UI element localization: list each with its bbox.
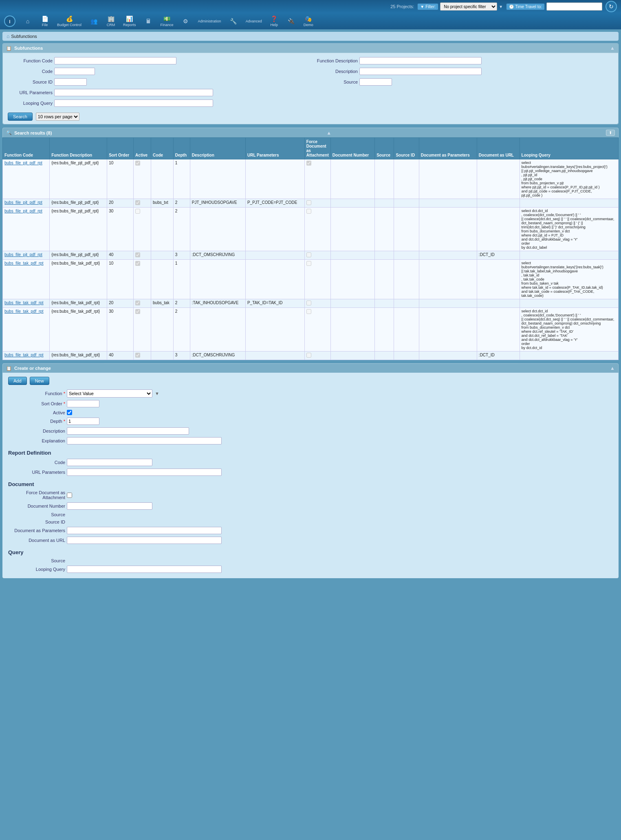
nav-advanced[interactable]: Advanced <box>242 14 265 29</box>
nav-file[interactable]: 📄 File <box>37 14 53 29</box>
function-code-link[interactable]: bubs_file_pjt_pdf_rpt <box>4 200 42 205</box>
nav-crm-icon[interactable]: 👥 <box>86 14 102 29</box>
col-doc-number[interactable]: Document Number <box>330 138 374 159</box>
create-explanation-input[interactable] <box>67 437 222 444</box>
create-doc-params-input[interactable] <box>67 527 222 534</box>
function-code-link[interactable]: bubs_file_pjt_pdf_rpt <box>4 209 42 213</box>
refresh-button[interactable]: ↻ <box>606 1 617 12</box>
create-collapse-btn[interactable]: ▲ <box>610 365 615 371</box>
nav-budget[interactable]: 💰 Budget Control <box>54 14 85 29</box>
time-travel-input[interactable] <box>546 2 602 11</box>
create-force-doc-checkbox[interactable] <box>67 493 72 498</box>
function-code-link[interactable]: bubs_file_tak_pdf_rpt <box>4 261 44 265</box>
create-active-checkbox[interactable] <box>67 410 72 415</box>
nav-demo[interactable]: 🎭 Demo <box>300 14 317 29</box>
create-url-params-input[interactable] <box>67 469 222 476</box>
nav-home[interactable]: ⌂ <box>20 14 36 29</box>
nav-wrench[interactable]: 🔧 <box>225 14 242 29</box>
code-input[interactable] <box>54 68 95 75</box>
nav-help[interactable]: ❓ Help <box>266 14 282 29</box>
table-cell[interactable]: bubs_file_tak_pdf_rpt <box>3 260 50 299</box>
function-code-input[interactable] <box>54 57 176 64</box>
table-cell[interactable]: bubs_file_pjt_pdf_rpt <box>3 159 50 199</box>
nav-reports[interactable]: 📊 Reports <box>120 14 139 29</box>
table-row[interactable]: bubs_file_tak_pdf_rpt{res:bubs_file_tak_… <box>3 308 619 351</box>
table-row[interactable]: bubs_file_pjt_pdf_rpt{res:bubs_file_pjt_… <box>3 251 619 260</box>
create-function-select[interactable]: Select Value <box>67 389 152 398</box>
results-collapse-btn[interactable]: ▲ <box>326 130 331 136</box>
table-cell[interactable]: bubs_file_pjt_pdf_rpt <box>3 208 50 251</box>
table-cell <box>419 308 477 351</box>
nav-administration[interactable]: Administration <box>195 14 225 29</box>
table-cell[interactable]: bubs_file_pjt_pdf_rpt <box>3 199 50 208</box>
function-code-link[interactable]: bubs_file_tak_pdf_rpt <box>4 301 44 305</box>
table-row[interactable]: bubs_file_tak_pdf_rpt{res:bubs_file_tak_… <box>3 260 619 299</box>
table-cell <box>245 208 304 251</box>
function-code-link[interactable]: bubs_file_tak_pdf_rpt <box>4 309 44 314</box>
col-active[interactable]: Active <box>134 138 151 159</box>
source-input[interactable] <box>359 78 392 86</box>
table-cell[interactable]: bubs_file_tak_pdf_rpt <box>3 299 50 308</box>
nav-plug[interactable]: 🔌 <box>283 14 299 29</box>
export-button[interactable]: ⬆ <box>606 130 615 136</box>
col-description[interactable]: Description <box>190 138 245 159</box>
filter-button[interactable]: ▼ Filter: <box>417 3 438 10</box>
col-code[interactable]: Code <box>151 138 174 159</box>
col-url-params[interactable]: URL Parameters <box>245 138 304 159</box>
table-cell[interactable]: bubs_file_tak_pdf_rpt <box>3 308 50 351</box>
table-cell <box>151 308 174 351</box>
description-input[interactable] <box>359 68 482 75</box>
col-function-desc[interactable]: Function Description <box>50 138 107 159</box>
looping-query-input[interactable] <box>54 99 213 107</box>
create-looping-query-input[interactable] <box>67 566 222 573</box>
col-looping-query[interactable]: Looping Query <box>520 138 618 159</box>
table-row[interactable]: bubs_file_tak_pdf_rpt{res:bubs_file_tak_… <box>3 351 619 360</box>
subfunctions-collapse-btn[interactable]: ▲ <box>610 45 615 51</box>
nav-crm[interactable]: 🏢 CRM <box>103 14 119 29</box>
logo[interactable]: I <box>2 14 17 29</box>
table-row[interactable]: bubs_file_pjt_pdf_rpt{res:bubs_file_pjt_… <box>3 208 619 251</box>
col-source-id[interactable]: Source ID <box>394 138 419 159</box>
col-depth[interactable]: Depth <box>173 138 190 159</box>
table-cell: {res:bubs_file_pjt_pdf_rpt} <box>50 251 107 260</box>
table-cell <box>304 351 330 360</box>
col-force-doc[interactable]: Force Document as Attachment <box>304 138 330 159</box>
rows-per-page-select[interactable]: 10 rows per page 25 rows per page 50 row… <box>36 113 79 121</box>
create-depth-input[interactable] <box>67 418 99 425</box>
time-travel-button[interactable]: 🕐 Time Travel to: <box>506 3 545 10</box>
create-doc-number-input[interactable] <box>67 502 152 510</box>
col-source[interactable]: Source <box>375 138 394 159</box>
new-button[interactable]: New <box>30 377 49 385</box>
create-description-input[interactable] <box>67 427 189 435</box>
col-function-code[interactable]: Function Code <box>3 138 50 159</box>
nav-calc[interactable]: 🖩 <box>140 14 156 29</box>
table-cell <box>375 299 394 308</box>
col-sort-order[interactable]: Sort Order <box>107 138 134 159</box>
people-icon: 👥 <box>90 18 97 24</box>
function-code-link[interactable]: bubs_file_tak_pdf_rpt <box>4 353 44 357</box>
col-doc-params[interactable]: Document as Parameters <box>419 138 477 159</box>
create-sort-order-input[interactable] <box>67 400 99 407</box>
table-cell[interactable]: bubs_file_tak_pdf_rpt <box>3 351 50 360</box>
project-filter-select[interactable]: No project specific filter <box>440 2 497 11</box>
table-cell: bubs_txt <box>151 199 174 208</box>
nav-settings[interactable]: ⚙ <box>178 14 194 29</box>
nav-finance[interactable]: 💵 Finance <box>157 14 177 29</box>
col-doc-url[interactable]: Document as URL <box>477 138 520 159</box>
create-doc-params-row: Document as Parameters <box>8 526 613 535</box>
table-cell[interactable]: bubs_file_pjt_pdf_rpt <box>3 251 50 260</box>
create-doc-url-input[interactable] <box>67 537 222 544</box>
function-code-link[interactable]: bubs_file_pjt_pdf_rpt <box>4 161 42 165</box>
search-button[interactable]: Search <box>8 113 33 121</box>
table-row[interactable]: bubs_file_tak_pdf_rpt{res:bubs_file_tak_… <box>3 299 619 308</box>
query-heading: Query <box>8 549 613 555</box>
function-desc-input[interactable] <box>359 57 482 64</box>
table-cell <box>520 351 618 360</box>
source-id-input[interactable] <box>54 78 87 86</box>
add-button[interactable]: Add <box>8 377 27 385</box>
create-code-input[interactable] <box>67 459 152 466</box>
function-code-link[interactable]: bubs_file_pjt_pdf_rpt <box>4 252 42 257</box>
url-params-input[interactable] <box>54 89 213 96</box>
table-row[interactable]: bubs_file_pjt_pdf_rpt{res:bubs_file_pjt_… <box>3 159 619 199</box>
table-row[interactable]: bubs_file_pjt_pdf_rpt{res:bubs_file_pjt_… <box>3 199 619 208</box>
